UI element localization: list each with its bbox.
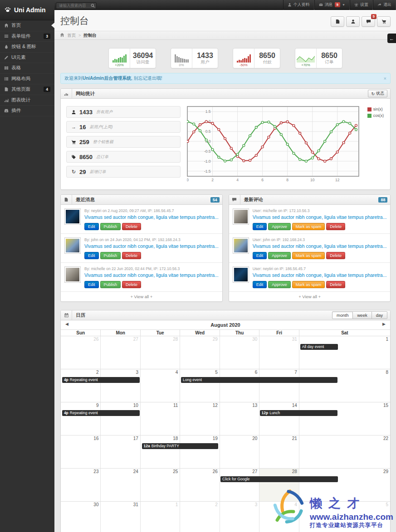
calendar-view-day[interactable]: day xyxy=(372,311,387,319)
calendar-view-week[interactable]: week xyxy=(353,311,372,319)
calendar-day-cell[interactable]: 30 xyxy=(61,502,100,532)
quick-cart-button[interactable] xyxy=(377,16,391,27)
calendar-day-cell[interactable]: 18 xyxy=(140,435,180,468)
topbar-item-2[interactable]: 设置 xyxy=(350,0,373,10)
watermark-url[interactable]: www.aizhanzhe.com xyxy=(310,512,393,522)
calendar-view-month[interactable]: month xyxy=(332,311,353,319)
calendar-day-cell[interactable]: 31 xyxy=(100,502,140,532)
calendar-day-cell[interactable]: 22 xyxy=(299,435,390,468)
quick-comment-button[interactable]: 5 xyxy=(362,16,375,27)
item-link[interactable]: Vivamus sed auctor nibh congue, ligula v… xyxy=(84,243,219,249)
edit-button[interactable]: Edit xyxy=(84,223,99,230)
calendar-day-cell[interactable]: 6 xyxy=(220,369,259,402)
calendar-event[interactable]: 12pLunch xyxy=(260,410,337,416)
topbar-item-1[interactable]: 消息5▼ xyxy=(314,0,350,10)
calendar-day-cell[interactable]: 11 xyxy=(140,402,180,435)
sidebar-item-1[interactable]: 表单组件3 xyxy=(0,31,54,42)
calendar-day-cell[interactable]: 2 xyxy=(61,369,100,402)
messages-view-all[interactable]: + View all + xyxy=(61,292,222,301)
sidebar-item-0[interactable]: 首页 xyxy=(0,20,54,31)
sidebar-collapse-button[interactable]: ← xyxy=(387,34,396,43)
calendar-day-cell[interactable]: 31 xyxy=(259,336,298,369)
approve-button[interactable]: Approve xyxy=(268,223,291,230)
delete-button[interactable]: Delete xyxy=(122,281,141,288)
calendar-event[interactable]: Long event xyxy=(181,377,337,383)
delete-button[interactable]: Delete xyxy=(122,223,141,230)
edit-button[interactable]: Edit xyxy=(253,223,267,230)
calendar-day-cell[interactable]: 27 xyxy=(220,469,259,501)
calendar-day-cell[interactable]: 1 xyxy=(299,336,390,369)
calendar-day-cell[interactable]: 30 xyxy=(220,336,259,369)
quick-user-button[interactable] xyxy=(346,16,360,27)
mark-as-spam-button[interactable]: Mark as spam xyxy=(292,223,325,230)
sidebar-item-5[interactable]: 网格布局 xyxy=(0,74,54,85)
item-link[interactable]: Vivamus sed auctor nibh congue, ligula v… xyxy=(253,214,387,220)
calendar-event[interactable]: 12aBirthday PARTY xyxy=(142,443,218,449)
calendar-day-cell[interactable]: 10 xyxy=(100,402,140,435)
sidebar-item-2[interactable]: 按钮 & 图标 xyxy=(0,42,54,53)
delete-button[interactable]: Delete xyxy=(326,252,345,259)
calendar-next-icon[interactable]: ▶ xyxy=(382,322,386,326)
calendar-day-cell[interactable]: 15 xyxy=(299,402,390,435)
calendar-day-cell[interactable]: 7 xyxy=(259,369,298,402)
delete-button[interactable]: Delete xyxy=(326,223,345,230)
publish-button[interactable]: Publish xyxy=(100,252,121,259)
calendar-event[interactable]: Click for Google xyxy=(220,476,337,482)
comments-view-all[interactable]: + View all + xyxy=(229,292,391,301)
item-link[interactable]: Vivamus sed auctor nibh congue, ligula v… xyxy=(84,272,219,278)
calendar-event[interactable]: 4pRepeating event xyxy=(62,410,140,416)
edit-button[interactable]: Edit xyxy=(253,281,267,288)
calendar-day-cell[interactable]: 28 xyxy=(140,336,180,369)
topbar-item-0[interactable]: 个人资料 xyxy=(283,0,314,10)
publish-button[interactable]: Publish xyxy=(100,223,121,230)
publish-button[interactable]: Publish xyxy=(100,281,121,288)
calendar-day-cell[interactable]: 25 xyxy=(140,469,180,501)
item-link[interactable]: Vivamus sed auctor nibh congue, ligula v… xyxy=(84,214,219,220)
calendar-day-cell[interactable]: 24 xyxy=(100,469,140,501)
search-icon[interactable] xyxy=(91,1,95,10)
delete-button[interactable]: Delete xyxy=(122,252,141,259)
calendar-day-cell[interactable]: 4 xyxy=(140,369,180,402)
calendar-day-cell[interactable]: 16 xyxy=(61,435,100,468)
approve-button[interactable]: Approve xyxy=(268,252,291,259)
calendar-day-cell[interactable]: 3 xyxy=(220,502,259,532)
mark-as-spam-button[interactable]: Mark as spam xyxy=(292,252,325,259)
calendar-prev-icon[interactable]: ◀ xyxy=(65,322,68,326)
calendar-day-cell[interactable]: 2 xyxy=(180,502,219,532)
calendar-day-cell[interactable]: 26 xyxy=(180,469,219,501)
sidebar-item-6[interactable]: 其他页面4 xyxy=(0,84,54,95)
sidebar-item-7[interactable]: 图表统计 xyxy=(0,95,54,106)
calendar-day-cell[interactable]: 17 xyxy=(100,435,140,468)
calendar-day-cell[interactable]: 23 xyxy=(61,469,100,501)
approve-button[interactable]: Approve xyxy=(268,281,291,288)
quick-file-button[interactable] xyxy=(331,16,344,27)
topbar-item-3[interactable]: 退出 xyxy=(373,0,396,10)
breadcrumb-home[interactable]: 首页 xyxy=(67,33,76,39)
calendar-day-cell[interactable]: 20 xyxy=(220,435,259,468)
calendar-day-cell[interactable]: 19 xyxy=(180,435,219,468)
calendar-event[interactable]: All day event xyxy=(300,344,338,350)
edit-button[interactable]: Edit xyxy=(84,252,99,259)
calendar-day-cell[interactable]: 29 xyxy=(180,336,219,369)
calendar-day-cell[interactable]: 1 xyxy=(140,502,180,532)
calendar-day-cell[interactable]: 3 xyxy=(100,369,140,402)
sidebar-item-3[interactable]: UI元素 xyxy=(0,53,54,63)
item-link[interactable]: Vivamus sed auctor nibh congue, ligula v… xyxy=(253,272,387,278)
sidebar-item-8[interactable]: 插件 xyxy=(0,106,54,116)
alert-close-icon[interactable]: × xyxy=(384,76,386,81)
edit-button[interactable]: Edit xyxy=(84,281,99,288)
calendar-day-cell[interactable]: 12 xyxy=(180,402,219,435)
calendar-day-cell[interactable]: 5 xyxy=(180,369,219,402)
item-link[interactable]: Vivamus sed auctor nibh congue, ligula v… xyxy=(253,243,387,249)
calendar-day-cell[interactable]: 9 xyxy=(61,402,100,435)
sidebar-item-4[interactable]: 表格 xyxy=(0,63,54,74)
mark-as-spam-button[interactable]: Mark as spam xyxy=(292,281,325,288)
calendar-day-cell[interactable]: 26 xyxy=(61,336,100,369)
calendar-event[interactable]: 4pRepeating event xyxy=(62,377,140,383)
calendar-day-cell[interactable]: 21 xyxy=(259,435,298,468)
calendar-day-cell[interactable]: 13 xyxy=(220,402,259,435)
calendar-day-cell[interactable]: 8 xyxy=(299,369,390,402)
calendar-day-cell[interactable]: 27 xyxy=(100,336,140,369)
delete-button[interactable]: Delete xyxy=(326,281,345,288)
status-button[interactable]: ↻状态 xyxy=(368,90,387,97)
